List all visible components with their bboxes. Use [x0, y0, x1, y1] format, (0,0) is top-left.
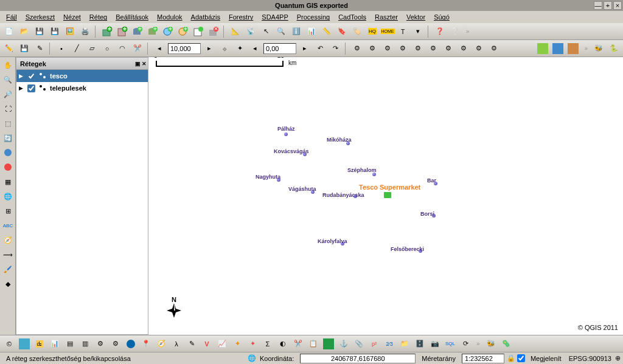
bt27-icon[interactable]: 📁: [398, 337, 411, 351]
bt23-icon[interactable]: ⚓: [337, 337, 350, 351]
menu-settings[interactable]: Beállítások: [112, 12, 152, 22]
toolbar-expand[interactable]: »: [464, 28, 472, 35]
bt14-icon[interactable]: V: [200, 337, 214, 351]
save-project-icon[interactable]: 💾: [33, 25, 46, 38]
gear3-icon[interactable]: ⚙: [381, 42, 394, 55]
save-as-icon[interactable]: 💾: [48, 25, 61, 38]
bt6-icon[interactable]: ▥: [78, 337, 92, 351]
pan-icon[interactable]: ✋: [1, 58, 15, 72]
image-icon[interactable]: 🖼️: [63, 25, 77, 38]
python-icon[interactable]: 🐍: [607, 42, 621, 55]
bt11-icon[interactable]: 🧭: [155, 337, 168, 351]
help-icon[interactable]: ❓: [433, 25, 447, 38]
misc-icon[interactable]: ◆: [1, 277, 15, 290]
gear2-icon[interactable]: ⚙: [366, 42, 379, 55]
menu-sda4pp[interactable]: SDA4PP: [258, 12, 291, 22]
menu-edit[interactable]: Szerkeszt: [22, 12, 58, 22]
bt22-icon[interactable]: [322, 337, 335, 351]
gear9-icon[interactable]: ⚙: [472, 42, 486, 55]
add-wfs-icon[interactable]: +: [176, 25, 190, 38]
abc-icon[interactable]: ABC: [1, 219, 15, 232]
plugin2-icon[interactable]: [551, 42, 565, 55]
cad-polygon-icon[interactable]: ▱: [85, 42, 99, 55]
spin1-down[interactable]: ◂: [153, 42, 166, 55]
gps-icon[interactable]: 📡: [244, 25, 257, 38]
snap-icon[interactable]: ✦: [233, 42, 246, 55]
menu-layer[interactable]: Réteg: [86, 12, 111, 22]
tool-a-icon[interactable]: ▦: [1, 175, 15, 188]
render-checkbox[interactable]: [517, 354, 525, 362]
globe-icon[interactable]: 🌐: [1, 190, 15, 203]
bt26-icon[interactable]: 2⁄3: [383, 337, 396, 351]
cad-tool-icon[interactable]: ✂️: [131, 42, 144, 55]
dropdown-icon[interactable]: ▾: [411, 25, 425, 38]
spin2-down[interactable]: ◂: [248, 42, 262, 55]
menu-processing[interactable]: Processing: [293, 12, 333, 22]
redo-icon[interactable]: ↷: [329, 42, 342, 55]
gear10-icon[interactable]: ⚙: [487, 42, 501, 55]
coord-input[interactable]: [300, 354, 416, 363]
bt10-icon[interactable]: 📍: [139, 337, 153, 351]
menu-database[interactable]: Adatbázis: [187, 12, 224, 22]
gear5-icon[interactable]: ⚙: [411, 42, 425, 55]
path-icon[interactable]: ⟿: [1, 248, 15, 261]
gear6-icon[interactable]: ⚙: [426, 42, 440, 55]
bt19-icon[interactable]: ◐: [276, 337, 290, 351]
new-vector-icon[interactable]: 📐: [229, 25, 242, 38]
expand-icon[interactable]: ▶: [19, 73, 25, 79]
bt25-icon[interactable]: p²: [367, 337, 381, 351]
cad-point-icon[interactable]: •: [55, 42, 68, 55]
maximize-button[interactable]: +: [604, 1, 612, 10]
text-icon[interactable]: T: [396, 25, 409, 38]
save-edits-icon[interactable]: 💾: [18, 42, 31, 55]
edit-toggle-icon[interactable]: ✏️: [2, 42, 16, 55]
toolbar2-expand[interactable]: »: [582, 45, 590, 52]
bt29-icon[interactable]: 📷: [428, 337, 442, 351]
bt16-icon[interactable]: ✦: [231, 337, 244, 351]
layer-checkbox[interactable]: [27, 72, 35, 80]
layer-item-telepulesek[interactable]: ▶ telepulesek: [16, 82, 148, 94]
offset-input[interactable]: [168, 43, 201, 54]
bt4-icon[interactable]: 📊: [48, 337, 61, 351]
close-button[interactable]: ×: [613, 1, 622, 10]
bt2-icon[interactable]: [18, 337, 31, 351]
plugin1-icon[interactable]: [536, 42, 549, 55]
gear1-icon[interactable]: ⚙: [350, 42, 364, 55]
bt12-icon[interactable]: λ: [170, 337, 183, 351]
bt33-icon[interactable]: 🦠: [499, 337, 513, 351]
lock-icon[interactable]: 🔒: [507, 354, 515, 362]
zoom-full-icon[interactable]: ⛶: [1, 102, 15, 115]
bt7-icon[interactable]: ⚙: [94, 337, 107, 351]
bt13-icon[interactable]: ✎: [185, 337, 198, 351]
refresh-icon[interactable]: 🔄: [1, 131, 15, 145]
zoom-selection-icon[interactable]: ⬚: [1, 117, 15, 130]
bt3-icon[interactable]: d₂: [33, 337, 46, 351]
cad-arc-icon[interactable]: ◠: [116, 42, 129, 55]
menu-raster[interactable]: Raszter: [371, 12, 402, 22]
menu-view[interactable]: Nézet: [60, 12, 85, 22]
tolerance-input[interactable]: [263, 43, 296, 54]
zoom-layer-icon[interactable]: 🔍: [274, 25, 288, 38]
menu-modules[interactable]: Modulok: [153, 12, 186, 22]
bt28-icon[interactable]: 🗄️: [413, 337, 426, 351]
topology-icon[interactable]: ⟐: [218, 42, 231, 55]
print-icon[interactable]: 🖨️: [78, 25, 92, 38]
edit-mode-icon[interactable]: ✎: [33, 42, 46, 55]
compass-tool-icon[interactable]: 🧭: [1, 233, 15, 247]
spin2-up[interactable]: ▸: [298, 42, 312, 55]
add-wms-icon[interactable]: +: [161, 25, 175, 38]
menu-cadtools[interactable]: CadTools: [335, 12, 370, 22]
crs-button-icon[interactable]: ⊕: [615, 354, 621, 362]
add-spatialite-icon[interactable]: +: [146, 25, 159, 38]
open-project-icon[interactable]: 📂: [18, 25, 31, 38]
bt31-icon[interactable]: ⟳: [459, 337, 472, 351]
bookmark-icon[interactable]: 🔖: [335, 25, 349, 38]
cad-circle-icon[interactable]: ○: [100, 42, 114, 55]
minimize-button[interactable]: —: [594, 1, 602, 10]
bottom-expand[interactable]: »: [474, 340, 482, 347]
cad-line-icon[interactable]: ╱: [70, 42, 83, 55]
add-red-icon[interactable]: [1, 160, 15, 174]
bt30-icon[interactable]: SQL: [444, 337, 457, 351]
brush-icon[interactable]: 🖌️: [1, 263, 15, 276]
layers-close-icon[interactable]: ✕: [142, 61, 147, 67]
